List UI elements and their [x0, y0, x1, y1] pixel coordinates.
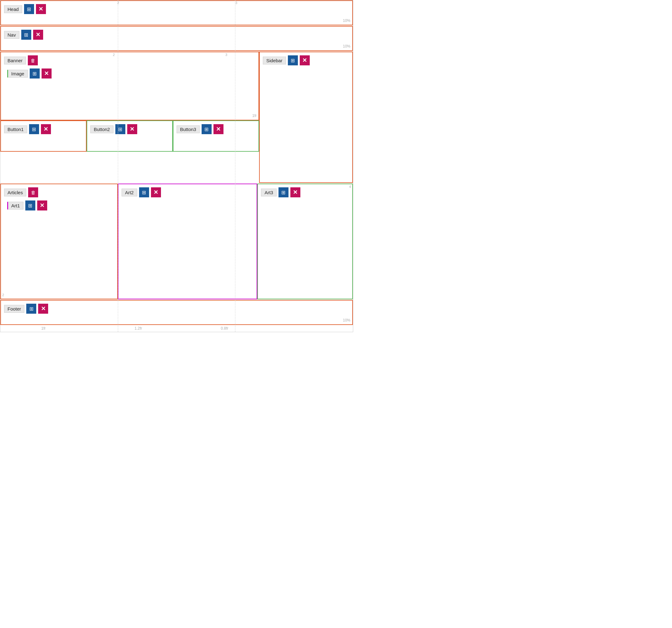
main-area: 2 3 Banner 🗑 Image ⊞ ✕ 1fr [0, 52, 353, 183]
button3-component: Button3 ⊞ ✕ [176, 124, 255, 134]
frac-col2: 1.2fr [87, 326, 190, 331]
art1-grid-button[interactable]: ⊞ [25, 201, 35, 210]
head-row: Head ⊞ ✕ 10% [0, 0, 353, 25]
articles-label: Articles [4, 189, 26, 196]
sidebar-grid-button[interactable]: ⊞ [288, 55, 298, 65]
head-close-button[interactable]: ✕ [36, 4, 46, 14]
button3-cell: Button3 ⊞ ✕ [173, 120, 259, 152]
head-grid-button[interactable]: ⊞ [24, 4, 34, 14]
page-layout: Head ⊞ ✕ 10% Nav ⊞ ✕ 10% 2 3 [0, 0, 353, 332]
nav-label: Nav [4, 31, 19, 39]
nav-row: Nav ⊞ ✕ 10% [0, 26, 353, 51]
button2-cell: Button2 ⊞ ✕ [87, 120, 173, 152]
footer-pct: 10% [343, 318, 351, 322]
art2-close-button[interactable]: ✕ [151, 187, 161, 197]
button1-cell: Button1 ⊞ ✕ [0, 120, 87, 152]
footer-grid-button[interactable]: ⊞ [26, 304, 36, 314]
head-component: Head ⊞ ✕ [4, 4, 349, 14]
sidebar-section: Sidebar ⊞ ✕ [259, 52, 353, 183]
nav-grid-button[interactable]: ⊞ [21, 30, 31, 40]
art3-close-button[interactable]: ✕ [290, 187, 301, 197]
head-label: Head [4, 5, 22, 13]
art1-subcomponent: Art1 ⊞ ✕ [7, 201, 114, 210]
art1-close-button[interactable]: ✕ [37, 201, 47, 210]
footer-label: Footer [4, 305, 24, 313]
art2-component: Art2 ⊞ ✕ [122, 187, 254, 197]
sidebar-component: Sidebar ⊞ ✕ [263, 55, 349, 65]
image-component: Image ⊞ ✕ [7, 69, 255, 78]
art2-grid-button[interactable]: ⊞ [139, 187, 149, 197]
page-wrapper: 2 3 Head ⊞ ✕ 10% Nav ⊞ ✕ 10% [0, 0, 353, 332]
articles-section: Articles 🗑 Art1 ⊞ ✕ 2 [0, 184, 118, 299]
nav-component: Nav ⊞ ✕ [4, 30, 349, 40]
nav-pct: 10% [343, 44, 351, 48]
image-grid-button[interactable]: ⊞ [30, 69, 40, 78]
sidebar-close-button[interactable]: ✕ [300, 55, 310, 65]
main-content: 2 3 Banner 🗑 Image ⊞ ✕ 1fr [0, 52, 259, 183]
articles-trash-button[interactable]: 🗑 [28, 187, 38, 197]
buttons-row: Button1 ⊞ ✕ Button2 ⊞ ✕ [0, 120, 259, 152]
banner-trash-button[interactable]: 🗑 [28, 55, 38, 65]
art3-grid-button[interactable]: ⊞ [279, 187, 288, 197]
art1-label: Art1 [7, 202, 23, 210]
button1-component: Button1 ⊞ ✕ [4, 124, 83, 134]
art3-component: Art3 ⊞ ✕ [261, 187, 349, 197]
image-label: Image [7, 70, 28, 77]
button3-close-button[interactable]: ✕ [214, 124, 223, 134]
banner-fr: 1fr [252, 114, 257, 118]
art3-section: Art3 ⊞ ✕ 4 [257, 184, 353, 299]
banner-component: Banner 🗑 [4, 55, 255, 65]
button2-component: Button2 ⊞ ✕ [90, 124, 169, 134]
footer-component: Footer ⊞ ✕ [4, 304, 349, 314]
button1-grid-button[interactable]: ⊞ [29, 124, 39, 134]
button2-label: Button2 [90, 125, 114, 133]
button3-label: Button3 [176, 125, 200, 133]
fractions-row: 1fr 1.2fr 0.8fr [0, 325, 353, 332]
sidebar-label: Sidebar [263, 56, 286, 65]
banner-grid-3: 3 [225, 53, 227, 56]
banner-grid-2: 2 [113, 53, 115, 56]
image-close-button[interactable]: ✕ [42, 69, 52, 78]
banner-section: 2 3 Banner 🗑 Image ⊞ ✕ 1fr [0, 52, 259, 120]
art2-label: Art2 [122, 189, 137, 196]
button3-grid-button[interactable]: ⊞ [201, 124, 212, 134]
art3-row-num: 4 [349, 185, 351, 189]
button1-label: Button1 [4, 125, 27, 133]
footer-close-button[interactable]: ✕ [38, 304, 48, 314]
art1-component: Art1 ⊞ ✕ [7, 201, 114, 210]
articles-row-num: 2 [2, 293, 4, 297]
art3-label: Art3 [261, 189, 277, 196]
button1-close-button[interactable]: ✕ [41, 124, 51, 134]
frac-col3: 0.8fr [190, 326, 259, 331]
button2-grid-button[interactable]: ⊞ [115, 124, 125, 134]
button2-close-button[interactable]: ✕ [127, 124, 137, 134]
frac-col1: 1fr [0, 326, 87, 331]
articles-component: Articles 🗑 [4, 187, 114, 197]
banner-label: Banner [4, 56, 26, 65]
articles-row: Articles 🗑 Art1 ⊞ ✕ 2 Art2 ⊞ [0, 184, 353, 299]
head-pct: 10% [343, 19, 351, 23]
nav-close-button[interactable]: ✕ [33, 30, 43, 40]
art2-section: Art2 ⊞ ✕ [118, 184, 257, 299]
footer-row: Footer ⊞ ✕ 10% [0, 300, 353, 325]
image-subcomponent: Image ⊞ ✕ [7, 69, 255, 78]
